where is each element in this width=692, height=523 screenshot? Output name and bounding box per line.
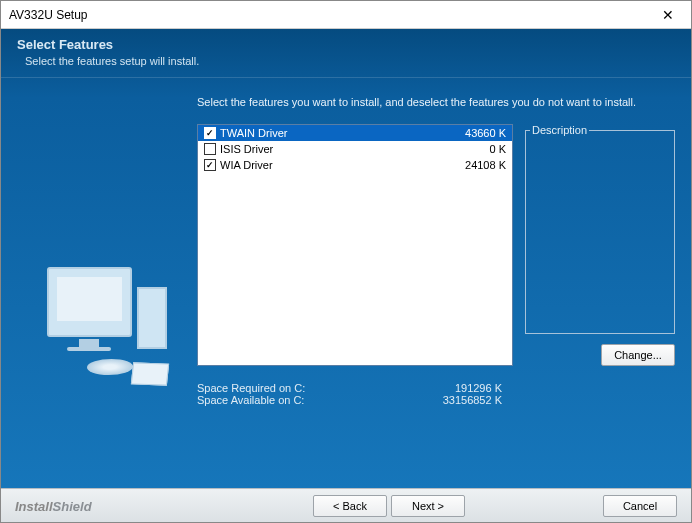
feature-checkbox[interactable] [204, 159, 216, 171]
cancel-button[interactable]: Cancel [603, 495, 677, 517]
feature-row[interactable]: WIA Driver24108 K [198, 157, 512, 173]
space-info: Space Required on C: 191296 K Space Avai… [197, 382, 675, 406]
content-area: Select Features Select the features setu… [1, 29, 691, 488]
window-title: AV332U Setup [9, 8, 647, 22]
feature-size: 43660 K [465, 127, 506, 139]
space-available-value: 33156852 K [407, 394, 502, 406]
installshield-brand: InstallShield [15, 499, 313, 514]
change-button[interactable]: Change... [601, 344, 675, 366]
computer-icon [37, 257, 177, 397]
sidebar-illustration [17, 90, 197, 474]
space-required-value: 191296 K [407, 382, 502, 394]
description-box: Description [525, 124, 675, 334]
next-button[interactable]: Next > [391, 495, 465, 517]
feature-checkbox[interactable] [204, 143, 216, 155]
space-available-label: Space Available on C: [197, 394, 407, 406]
space-required-label: Space Required on C: [197, 382, 407, 394]
instruction-text: Select the features you want to install,… [197, 90, 675, 108]
feature-list[interactable]: TWAIN Driver43660 KISIS Driver0 KWIA Dri… [197, 124, 513, 366]
header: Select Features Select the features setu… [1, 29, 691, 78]
feature-label: TWAIN Driver [220, 127, 465, 139]
feature-row[interactable]: ISIS Driver0 K [198, 141, 512, 157]
feature-size: 0 K [489, 143, 506, 155]
feature-label: WIA Driver [220, 159, 465, 171]
titlebar: AV332U Setup ✕ [1, 1, 691, 29]
feature-row[interactable]: TWAIN Driver43660 K [198, 125, 512, 141]
feature-checkbox[interactable] [204, 127, 216, 139]
description-legend: Description [530, 124, 589, 136]
close-button[interactable]: ✕ [647, 2, 689, 28]
feature-size: 24108 K [465, 159, 506, 171]
feature-label: ISIS Driver [220, 143, 489, 155]
page-subtitle: Select the features setup will install. [17, 55, 675, 67]
footer: InstallShield < Back Next > Cancel [1, 488, 691, 523]
page-title: Select Features [17, 37, 675, 52]
back-button[interactable]: < Back [313, 495, 387, 517]
